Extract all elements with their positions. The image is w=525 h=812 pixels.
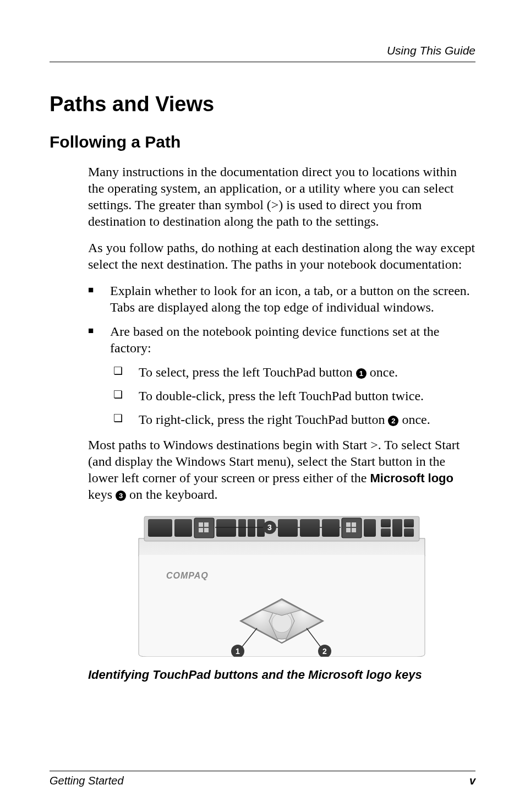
paragraph-start-menu: Most paths to Windows destinations begin…	[88, 437, 475, 503]
touchpad-illustration: 3 COMPAQ	[136, 514, 428, 657]
figure-caption: Identifying TouchPad buttons and the Mic…	[88, 668, 475, 682]
heading-following-a-path: Following a Path	[50, 133, 475, 151]
sub-bullet-3-post: once.	[398, 412, 430, 427]
svg-rect-7	[204, 528, 209, 532]
running-title: Using This Guide	[50, 44, 475, 62]
svg-rect-4	[199, 522, 203, 527]
para-start-post: on the keyboard.	[126, 487, 218, 502]
svg-rect-24	[381, 519, 391, 527]
svg-rect-22	[352, 528, 356, 532]
sub-bullet-list: To select, press the left TouchPad butto…	[110, 364, 475, 429]
footer-left: Getting Started	[50, 775, 124, 787]
svg-rect-20	[352, 522, 356, 527]
sub-bullet-3: To right-click, press the right TouchPad…	[110, 411, 475, 428]
svg-rect-16	[300, 519, 320, 537]
svg-rect-17	[322, 519, 340, 537]
svg-rect-27	[404, 519, 414, 527]
svg-rect-2	[174, 519, 192, 537]
svg-rect-5	[204, 522, 209, 527]
svg-rect-15	[278, 519, 298, 537]
heading-paths-and-views: Paths and Views	[50, 92, 475, 116]
sub-bullet-1-post: once.	[367, 365, 398, 379]
callout-3-icon: 3	[116, 491, 126, 501]
callout-2-icon: 2	[388, 416, 398, 426]
svg-rect-25	[381, 528, 391, 537]
svg-rect-26	[392, 519, 402, 537]
sub-bullet-2: To double-click, press the left TouchPad…	[110, 388, 475, 405]
sub-bullet-3-pre: To right-click, press the right TouchPad…	[139, 412, 388, 427]
figure-touchpad: 3 COMPAQ	[88, 514, 475, 659]
footer-page-number: v	[469, 775, 475, 787]
svg-rect-28	[404, 528, 414, 537]
svg-rect-23	[364, 519, 376, 537]
figure-callout-3-label: 3	[267, 523, 272, 532]
figure-callout-2-label: 2	[322, 647, 327, 656]
paragraph-intro-2: As you follow paths, do nothing at each …	[88, 239, 475, 273]
para-start-mid: keys	[88, 487, 116, 502]
svg-rect-6	[199, 528, 203, 532]
brand-label: COMPAQ	[166, 571, 209, 580]
svg-rect-8	[216, 519, 236, 537]
figure-callout-1-label: 1	[236, 647, 240, 656]
header-rule	[50, 62, 475, 62]
bullet-list-main: Explain whether to look for an icon, a t…	[88, 282, 475, 429]
paragraph-intro-1: Many instructions in the documentation d…	[88, 164, 475, 230]
svg-rect-9	[238, 519, 246, 537]
bullet-item-2: Are based on the notebook pointing devic…	[88, 323, 475, 429]
footer-rule	[50, 771, 475, 771]
svg-rect-21	[346, 528, 351, 532]
microsoft-logo-label: Microsoft logo	[370, 471, 453, 485]
callout-1-icon: 1	[356, 368, 367, 379]
sub-bullet-1-pre: To select, press the left TouchPad butto…	[139, 365, 356, 379]
svg-rect-19	[346, 522, 351, 527]
page-header: Using This Guide	[50, 44, 475, 62]
svg-rect-10	[248, 519, 255, 537]
bullet-item-1: Explain whether to look for an icon, a t…	[88, 282, 475, 315]
page-footer: Getting Started v	[50, 771, 475, 787]
bullet-item-2-text: Are based on the notebook pointing devic…	[110, 324, 440, 355]
svg-rect-1	[148, 519, 172, 537]
sub-bullet-1: To select, press the left TouchPad butto…	[110, 364, 475, 381]
